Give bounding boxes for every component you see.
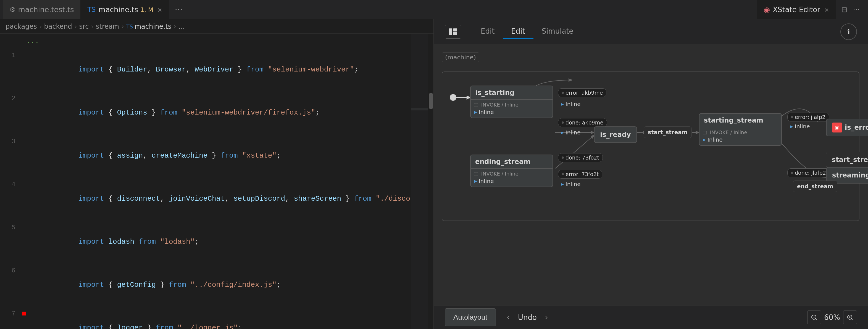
inline-under-error-73fo2t[interactable]: ▶ Inline — [561, 181, 581, 188]
xstate-panel: Edit Edit Simulate ℹ (machine) — [434, 19, 868, 329]
tab-edit-active[interactable]: Edit — [503, 24, 533, 39]
tab-edit[interactable]: Edit — [472, 24, 503, 39]
tab-xstate-editor[interactable]: ◉ XState Editor × — [757, 0, 836, 19]
tab-close-btn[interactable]: × — [157, 6, 162, 13]
state-start-stream-label[interactable]: start_stream — [644, 126, 692, 138]
editor-panel: packages › backend › src › stream › TS m… — [0, 19, 434, 329]
xstate-icon: ◉ — [764, 5, 770, 14]
scrollbar-thumb[interactable] — [429, 93, 433, 109]
code-line-6: 6 import { getConfig } from "../config/i… — [0, 263, 433, 306]
undo-redo-controls: ‹ Undo › — [501, 310, 553, 324]
breadcrumb: packages › backend › src › stream › TS m… — [0, 19, 433, 34]
inline-under-error-jlafp2[interactable]: ▶ Inline — [790, 123, 810, 130]
state-end-stream[interactable]: end_stream — [793, 180, 837, 192]
event-error-jlafp2[interactable]: error: jlafp2 — [787, 112, 829, 122]
right-actions: ⊟ ··· — [836, 5, 865, 14]
xstate-mode-tabs: Edit Edit Simulate — [472, 24, 582, 39]
state-starting-stream-body: INVOKE / Inline Inline — [700, 127, 781, 145]
breadcrumb-file: machine.ts — [135, 23, 172, 30]
xstate-header: Edit Edit Simulate ℹ — [434, 19, 868, 44]
code-line-ellipsis: ... — [0, 34, 433, 48]
breadcrumb-src: src — [79, 23, 89, 30]
code-line-2: 2 import { Options } from "selenium-webd… — [0, 91, 433, 134]
zoom-value: 60% — [824, 313, 840, 322]
breadcrumb-packages: packages — [5, 23, 37, 30]
svg-rect-12 — [474, 172, 478, 176]
is-error-icon: ▣ — [832, 123, 842, 132]
code-line-1: 1 import { Builder, Browser, WebDriver }… — [0, 48, 433, 91]
event-error-73fo2t[interactable]: error: 73fo2t — [558, 170, 602, 178]
editor-split-btn[interactable]: ⊟ — [841, 5, 847, 14]
autolayout-button[interactable]: Autolayout — [445, 308, 496, 326]
scrollbar[interactable] — [428, 34, 433, 329]
state-machine-canvas[interactable]: (machine) — [434, 44, 868, 305]
zoom-controls: 60% — [807, 310, 857, 324]
error-gutter-indicator — [22, 311, 26, 316]
inline-btn-is-starting[interactable]: Inline — [474, 109, 549, 116]
redo-next-btn[interactable]: › — [539, 310, 553, 324]
xstate-footer: Autolayout ‹ Undo › 60% — [434, 305, 868, 329]
svg-rect-2 — [453, 32, 457, 35]
breadcrumb-ellipsis: ... — [179, 23, 185, 30]
zoom-out-btn[interactable] — [807, 310, 821, 324]
state-is-error[interactable]: ▣ is_error — [826, 119, 868, 136]
breadcrumb-backend: backend — [44, 23, 72, 30]
state-is-starting-body: INVOKE / Inline Inline — [471, 100, 553, 118]
editor-more-btn[interactable]: ··· — [853, 5, 860, 14]
svg-line-19 — [851, 319, 852, 320]
state-ending-stream-body: INVOKE / Inline Inline — [471, 169, 553, 187]
event-done-akb9me[interactable]: done: akb9me — [558, 118, 607, 127]
event-done-73fo2t[interactable]: done: 73fo2t — [558, 153, 603, 162]
svg-point-8 — [450, 94, 456, 101]
inline-btn-starting[interactable]: Inline — [703, 136, 778, 143]
code-line-5: 5 import lodash from "lodash"; — [0, 220, 433, 263]
main-area: packages › backend › src › stream › TS m… — [0, 19, 868, 329]
inline-under-done[interactable]: ▶ Inline — [561, 129, 581, 136]
ts-breadcrumb-icon: TS — [126, 23, 133, 30]
inline-under-error[interactable]: ▶ Inline — [561, 101, 581, 107]
svg-rect-11 — [703, 131, 707, 134]
state-start-stream-node[interactable]: start_stream — [826, 152, 868, 168]
code-line-4: 4 import { disconnect, joinVoiceChat, se… — [0, 177, 433, 220]
minimap-viewport — [411, 108, 428, 110]
state-starting-stream-title: starting_stream — [700, 114, 781, 127]
tab-machine-ts[interactable]: TS machine.ts 1, M × — [81, 0, 169, 19]
tab-simulate[interactable]: Simulate — [533, 24, 582, 39]
minimap — [411, 34, 428, 329]
code-editor[interactable]: ... 1 import { Builder, Browser, WebDriv… — [0, 34, 433, 329]
undo-prev-btn[interactable]: ‹ — [501, 310, 515, 324]
event-error-akb9me[interactable]: error: akb9me — [558, 88, 607, 97]
state-is-ready[interactable]: is_ready — [594, 126, 637, 143]
invoke-label-starting: INVOKE / Inline — [703, 129, 778, 135]
svg-rect-10 — [474, 103, 478, 107]
code-line-3: 3 import { assign, createMachine } from … — [0, 134, 433, 177]
tab-badge: 1, M — [140, 6, 153, 13]
xstate-tab-label: XState Editor — [773, 5, 820, 14]
tab-label-active: machine.ts — [98, 5, 138, 14]
svg-rect-1 — [453, 28, 457, 31]
state-starting-stream[interactable]: starting_stream INVOKE / Inline Inline — [699, 113, 782, 146]
code-line-7: 7 import { logger } from "../logger.js"; — [0, 306, 433, 329]
breadcrumb-stream: stream — [96, 23, 119, 30]
machine-label: (machine) — [442, 53, 479, 62]
ts-file-icon: TS — [87, 6, 96, 13]
code-lines: ... 1 import { Builder, Browser, WebDriv… — [0, 34, 433, 329]
state-is-starting[interactable]: is_starting INVOKE / Inline Inline — [470, 86, 553, 118]
invoke-label-ending: INVOKE / Inline — [474, 171, 549, 177]
svg-line-15 — [815, 319, 817, 320]
tab-machine-test[interactable]: ⚙ machine.test.ts — [3, 0, 81, 19]
state-ending-stream[interactable]: ending_stream INVOKE / Inline Inline — [470, 155, 553, 187]
state-is-starting-title: is_starting — [471, 86, 553, 100]
tab-more-btn[interactable]: ··· — [175, 5, 183, 14]
undo-label: Undo — [518, 313, 537, 322]
info-button[interactable]: ℹ — [840, 24, 857, 40]
layout-toggle-btn[interactable] — [445, 25, 461, 39]
xstate-tab-close-btn[interactable]: × — [824, 6, 829, 13]
svg-rect-0 — [449, 28, 452, 35]
zoom-in-btn[interactable] — [843, 310, 857, 324]
state-ending-stream-title: ending_stream — [471, 155, 553, 169]
file-icon: ⚙ — [9, 6, 16, 13]
inline-btn-ending[interactable]: Inline — [474, 178, 549, 185]
invoke-label-is-starting: INVOKE / Inline — [474, 102, 549, 108]
event-done-jlafp2[interactable]: done: jlafp2 — [787, 168, 830, 177]
